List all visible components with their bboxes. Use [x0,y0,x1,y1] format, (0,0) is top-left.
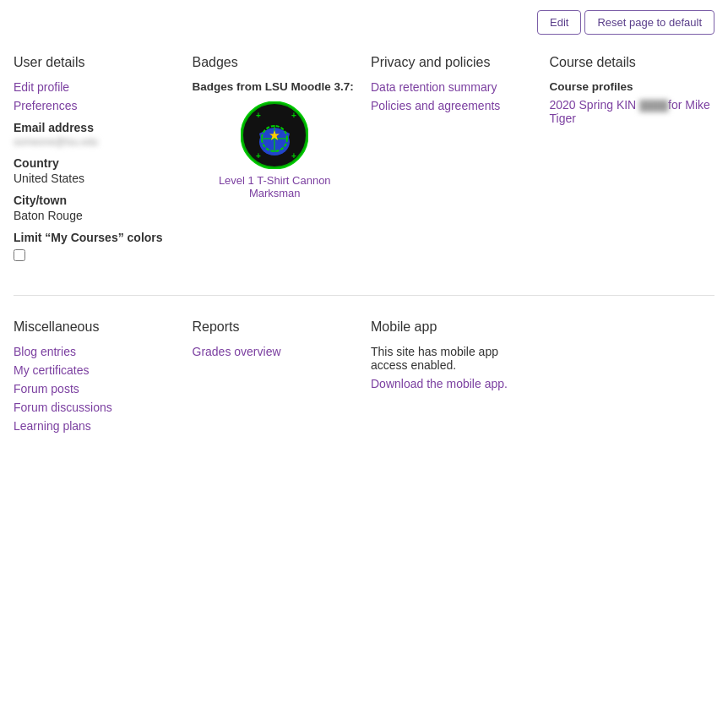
course-link[interactable]: 2020 Spring KIN [550,98,640,112]
badges-column: Badges Badges from LSU Moodle 3.7: [193,55,358,261]
edit-profile-link[interactable]: Edit profile [14,80,179,94]
reports-title: Reports [193,319,358,335]
svg-text:+: + [291,151,296,161]
privacy-policies-column: Privacy and policies Data retention summ… [371,55,536,261]
reports-column: Reports Grades overview [193,319,358,438]
country-label: Country [14,156,179,170]
badge-svg[interactable]: + + + + [241,101,308,169]
email-label: Email address [14,121,179,134]
learning-plans-link[interactable]: Learning plans [14,419,179,433]
forum-discussions-link[interactable]: Forum discussions [14,401,179,414]
preferences-link[interactable]: Preferences [14,99,179,112]
miscellaneous-column: Miscellaneous Blog entries My certificat… [14,319,179,438]
user-details-column: User details Edit profile Preferences Em… [14,55,179,261]
badges-title: Badges [193,55,358,70]
course-details-column: Course details Course profiles 2020 Spri… [550,55,715,261]
country-value: United States [14,172,179,185]
reset-button[interactable]: Reset page to default [584,10,714,35]
edit-button[interactable]: Edit [537,10,581,35]
section-divider [14,295,714,296]
policies-agreements-link[interactable]: Policies and agreements [371,99,536,112]
course-profiles-label: Course profiles [550,80,715,93]
mobile-app-title: Mobile app [371,319,536,335]
my-certificates-link[interactable]: My certificates [14,363,179,377]
bottom-section-grid: Miscellaneous Blog entries My certificat… [14,319,714,438]
forum-posts-link[interactable]: Forum posts [14,382,179,395]
course-details-title: Course details [550,55,715,70]
top-section-grid: User details Edit profile Preferences Em… [14,55,714,261]
grades-overview-link[interactable]: Grades overview [193,345,358,358]
city-value: Baton Rouge [14,209,179,222]
download-mobile-app-link[interactable]: Download the mobile app. [371,377,536,390]
mobile-app-column: Mobile app This site has mobile app acce… [371,319,536,438]
badge-image-wrapper: + + + + Level 1 T-Shirt Cannon Marksman [193,101,358,199]
email-value: someone@lsu.edu [14,136,179,148]
miscellaneous-title: Miscellaneous [14,319,179,335]
privacy-policies-title: Privacy and policies [371,55,536,70]
data-retention-link[interactable]: Data retention summary [371,80,536,94]
svg-text:+: + [291,111,296,120]
badge-link[interactable]: Level 1 T-Shirt Cannon Marksman [193,174,358,199]
city-label: City/town [14,194,179,207]
user-details-title: User details [14,55,179,70]
limit-label: Limit “My Courses” colors [14,231,179,244]
svg-text:+: + [256,151,261,161]
limit-checkbox-row [14,249,179,261]
badges-subtitle: Badges from LSU Moodle 3.7: [193,80,358,93]
svg-text:+: + [256,111,261,120]
blog-entries-link[interactable]: Blog entries [14,345,179,358]
course-link-wrapper: 2020 Spring KIN ████ for Mike Tiger [550,98,715,125]
limit-courses-checkbox[interactable] [14,249,25,261]
mobile-app-description: This site has mobile app access enabled. [371,345,536,372]
top-bar: Edit Reset page to default [14,10,714,35]
empty-column-4 [550,319,715,438]
